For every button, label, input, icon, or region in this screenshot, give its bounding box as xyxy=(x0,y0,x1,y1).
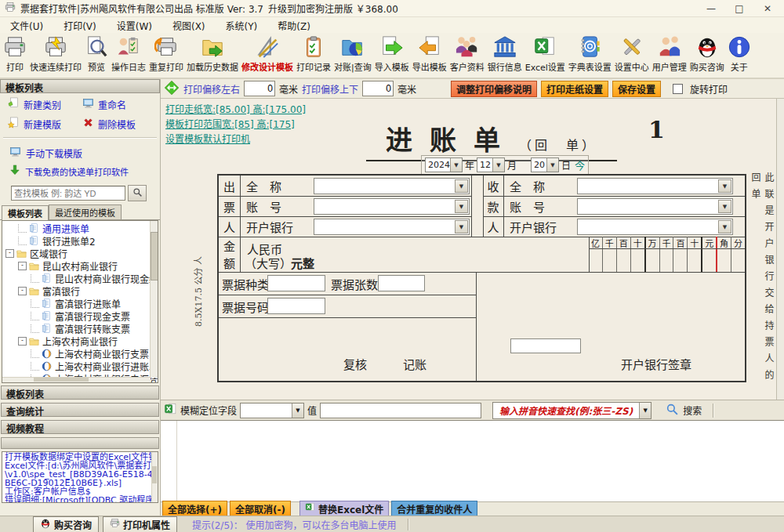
document-scrollbar[interactable] xyxy=(776,99,784,400)
year-select[interactable]: 2024▼ xyxy=(425,157,463,172)
printer-properties-button[interactable]: 打印机属性 xyxy=(103,516,177,532)
tree-item[interactable]: 富滇银行进账单 xyxy=(2,297,158,309)
locate-value-input[interactable] xyxy=(320,403,481,418)
accordion-section[interactable]: 查询统计 xyxy=(1,403,159,417)
tree-item[interactable]: 上海农村商业银行支票 xyxy=(2,347,158,360)
tab-template-list[interactable]: 模板列表 xyxy=(2,205,49,220)
tree-item[interactable]: 富滇银行现金支票 xyxy=(2,309,158,322)
default-printer-link[interactable]: 设置模板默认打印机 xyxy=(165,132,306,145)
tree-item[interactable]: -昆山农村商业银行 xyxy=(2,259,158,272)
toolbar-preview[interactable]: 预览 xyxy=(83,33,110,73)
tab-recent-templates[interactable]: 最近使用的模板 xyxy=(49,204,122,219)
menu-item[interactable]: 打印(V) xyxy=(53,17,107,34)
toolbar-load-history-data[interactable]: 加载历史数据 xyxy=(185,33,240,73)
tree-collapse-box[interactable]: - xyxy=(18,287,27,295)
menu-item[interactable]: 视图(X) xyxy=(162,17,216,34)
error-scrollbar[interactable] xyxy=(151,452,158,502)
toolbar-about[interactable]: 关于 xyxy=(726,33,753,73)
bill-kind-input[interactable] xyxy=(267,275,325,291)
new-template-link[interactable]: 新建模版 xyxy=(8,117,82,131)
tree-item[interactable]: 银行进账单2 xyxy=(2,234,158,247)
tree-vertical-scrollbar[interactable] xyxy=(150,221,158,378)
accordion-blank xyxy=(1,437,159,449)
menu-item[interactable]: 系统(Y) xyxy=(216,17,268,34)
payer-name-combo[interactable]: ▼ xyxy=(314,178,470,194)
offset-lr-input[interactable] xyxy=(244,81,275,96)
payer-account-combo[interactable]: ▼ xyxy=(314,198,470,215)
rotate-print-checkbox[interactable] xyxy=(673,84,683,94)
new-category-link[interactable]: 新建类别 xyxy=(8,97,82,111)
tree-item[interactable]: -区域银行 xyxy=(2,247,158,259)
locate-field-select[interactable]: ▼ xyxy=(240,403,304,418)
menu-item[interactable]: 帮助(Z) xyxy=(267,17,321,34)
maximize-button[interactable]: □ xyxy=(728,3,751,14)
search-button[interactable] xyxy=(128,185,147,201)
month-unit: 月 xyxy=(507,158,517,172)
tree-collapse-box[interactable]: - xyxy=(18,337,27,346)
printer-icon xyxy=(3,34,27,60)
tree-item[interactable]: 昆山农村商业银行现金缴票 xyxy=(2,272,158,284)
menu-item[interactable]: 文件(U) xyxy=(0,17,53,34)
tree-item[interactable]: 通用进账单 xyxy=(2,222,158,234)
payee-name-combo[interactable]: ▼ xyxy=(577,178,733,194)
payer-bank-combo[interactable]: ▼ xyxy=(314,219,470,235)
tree-item[interactable]: 上海农村商业银行进账单 xyxy=(2,360,158,372)
paper-feed-settings-button[interactable]: 打印走纸设置 xyxy=(541,81,608,97)
save-settings-button[interactable]: 保存设置 xyxy=(612,81,661,97)
tree-item[interactable]: 富滇银行转账支票 xyxy=(2,322,158,335)
tree-item[interactable]: -富滇银行 xyxy=(2,284,158,297)
print-range-link[interactable]: 模板打印范围宽:[85] 高:[175] xyxy=(165,117,306,130)
day-select[interactable]: 20▼ xyxy=(531,157,559,172)
toolbar-print-record[interactable]: 打印记录 xyxy=(295,33,332,73)
offset-ud-input[interactable] xyxy=(362,81,394,96)
template-search-input[interactable] xyxy=(11,186,125,201)
bank-sign-input[interactable] xyxy=(510,338,581,353)
toolbar-reconcile-query[interactable]: 对账|查询 xyxy=(332,33,373,73)
toolbar-excel-settings[interactable]: Excel设置 xyxy=(524,33,567,73)
toolbar-dict-table-settings[interactable]: 字典表设置 xyxy=(567,33,613,73)
toolbar-import-template[interactable]: 导入模板 xyxy=(373,33,411,73)
pinyin-quick-search[interactable]: 输入拼音快速查找(例:张三-ZS) ▼ xyxy=(492,402,652,419)
toolbar-print[interactable]: 打印 xyxy=(2,33,28,73)
tree-horizontal-scrollbar[interactable] xyxy=(2,377,151,382)
accordion-section[interactable]: 视频教程 xyxy=(1,420,159,434)
select-all-button[interactable]: 全部选择(+) xyxy=(162,501,227,516)
month-select[interactable]: 12▼ xyxy=(477,157,505,172)
minimize-button[interactable]: — xyxy=(699,3,723,14)
adjust-offset-help-button[interactable]: 调整打印偏移说明 xyxy=(451,81,537,97)
close-button[interactable]: ✕ xyxy=(756,3,779,14)
purchase-consult-button[interactable]: 购买咨询 xyxy=(33,516,99,532)
statusbar: 购买咨询 打印机属性 提示(2/5)： 使用加密狗，可以在多台电脑上使用 xyxy=(0,516,784,532)
manual-download-link[interactable]: 手动下载模版 xyxy=(0,143,160,162)
accordion-section[interactable]: 模板列表 xyxy=(1,385,159,400)
paper-size-link[interactable]: 打印走纸宽:[85.00] 高:[175.00] xyxy=(165,102,306,115)
toolbar-fast-continuous-print[interactable]: 快速连续打印 xyxy=(28,33,83,73)
bill-count-input[interactable] xyxy=(378,275,425,291)
search-action[interactable]: 搜索 xyxy=(666,403,702,418)
toolbar-operation-log[interactable]: 操作日志 xyxy=(110,33,147,73)
upgrade-register-link[interactable]: 升级到加密狗注册版 ￥368.00 xyxy=(268,2,398,15)
toolbar-bank-info[interactable]: 银行信息 xyxy=(486,33,524,73)
cancel-all-button[interactable]: 全部取消(-) xyxy=(230,501,291,516)
rename-link[interactable]: 重命名 xyxy=(82,97,157,111)
toolbar-export-template[interactable]: 导出模板 xyxy=(411,33,448,73)
toolbar-customer-data[interactable]: 客户资料 xyxy=(448,33,486,73)
record-grid[interactable] xyxy=(161,421,784,502)
bill-number-input[interactable] xyxy=(267,298,325,314)
free-download-link[interactable]: 下载免费的快递单打印软件 xyxy=(0,162,160,180)
payee-account-combo[interactable]: ▼ xyxy=(577,198,733,215)
toolbar-user-management[interactable]: 用户管理 xyxy=(651,33,688,73)
merge-duplicate-recipients-button[interactable]: 合并重复的收件人 xyxy=(391,501,477,516)
menu-item[interactable]: 设置(W) xyxy=(107,17,162,34)
tree-collapse-box[interactable]: - xyxy=(18,262,27,270)
tree-collapse-box[interactable]: - xyxy=(5,249,14,258)
toolbar-settings-center[interactable]: 设置中心 xyxy=(613,33,651,73)
toolbar-purchase-consult[interactable]: 购买咨询 xyxy=(688,33,726,73)
tree-item[interactable]: -上海农村商业银行 xyxy=(2,335,158,347)
toolbar-modify-design-template[interactable]: 修改设计模板 xyxy=(240,33,295,73)
replace-excel-file-button[interactable]: 替换Excel文件 xyxy=(299,501,389,516)
payee-bank-combo[interactable]: ▼ xyxy=(577,219,733,235)
today-link[interactable]: 今 xyxy=(575,157,585,172)
toolbar-repeat-print[interactable]: 重复打印 xyxy=(147,33,185,73)
delete-template-link[interactable]: 删除模板 xyxy=(82,117,157,131)
